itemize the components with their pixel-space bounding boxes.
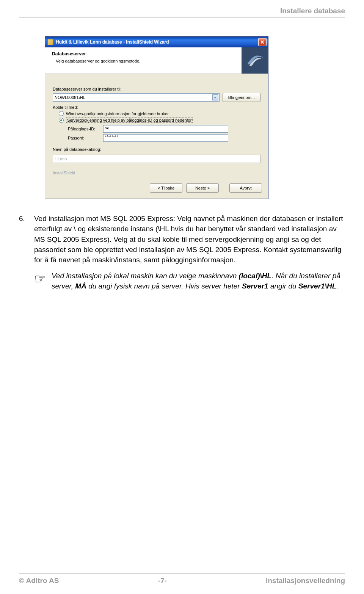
note-text-part: angir du bbox=[268, 282, 298, 290]
page-header-title: Installere database bbox=[280, 7, 345, 15]
separator-line bbox=[78, 173, 260, 173]
hand-icon: ☞ bbox=[34, 272, 46, 292]
password-label: Passord: bbox=[68, 136, 100, 140]
swirl-icon bbox=[242, 47, 268, 74]
note-text-part: du angi fysisk navn på server. Hvis serv… bbox=[86, 282, 242, 290]
connect-label: Koble til med: bbox=[53, 105, 260, 110]
catalog-input: HLonn bbox=[53, 155, 260, 163]
next-button[interactable]: Neste > bbox=[186, 183, 219, 193]
close-icon: ✕ bbox=[260, 39, 265, 45]
banner-logo bbox=[242, 47, 268, 74]
password-input[interactable]: ******** bbox=[103, 134, 228, 142]
server-select[interactable]: NOWL00081\HL ▾ bbox=[53, 93, 220, 102]
login-id-value: sa bbox=[105, 125, 110, 130]
credentials-fields: Påloggings-ID: sa Passord: ******** bbox=[68, 125, 260, 142]
app-icon bbox=[47, 39, 53, 45]
close-button[interactable]: ✕ bbox=[258, 38, 267, 46]
banner-title: Databaseserver bbox=[52, 51, 236, 56]
radio-windows-auth-label: Windows-godkjenningsinformasjon for gjel… bbox=[66, 111, 169, 116]
note-text: Ved installasjon på lokal maskin kan du … bbox=[52, 271, 345, 292]
note-text-part: . bbox=[336, 282, 338, 290]
next-button-label: Neste > bbox=[195, 186, 210, 190]
back-button-label: < Tilbake bbox=[158, 186, 174, 190]
radio-server-auth-label: Servergodkjenning ved hjelp av pålogging… bbox=[66, 118, 193, 123]
note-block: ☞ Ved installasjon på lokal maskin kan d… bbox=[34, 271, 345, 292]
catalog-value: HLonn bbox=[55, 157, 67, 161]
page-footer: © Aditro AS -7- Installasjonsveiledning bbox=[19, 574, 345, 585]
back-button[interactable]: < Tilbake bbox=[150, 183, 182, 193]
window-title: Huldt & Lillevik Lønn database - Install… bbox=[56, 39, 258, 45]
step-text: Ved installasjon mot MS SQL 2005 Express… bbox=[34, 213, 345, 265]
dialog-body: Databaseserver som du installerer til: N… bbox=[45, 74, 268, 179]
note-text-part: Ved installasjon på lokal maskin kan du … bbox=[52, 272, 239, 280]
server-label: Databaseserver som du installerer til: bbox=[53, 87, 260, 91]
radio-windows-auth[interactable]: Windows-godkjenningsinformasjon for gjel… bbox=[59, 111, 260, 116]
login-id-input[interactable]: sa bbox=[103, 125, 228, 133]
footer-page-number: -7- bbox=[158, 577, 167, 585]
radio-icon bbox=[59, 118, 64, 123]
note-text-bold: MÅ bbox=[75, 282, 86, 290]
radio-server-auth[interactable]: Servergodkjenning ved hjelp av pålogging… bbox=[59, 118, 260, 123]
radio-icon bbox=[59, 111, 64, 116]
step-number: 6. bbox=[19, 213, 30, 265]
browse-button-label: Bla gjennom... bbox=[228, 95, 255, 100]
note-text-bold: Server1\HL bbox=[298, 282, 336, 290]
installshield-brand: InstallShield bbox=[53, 171, 75, 175]
note-text-bold: (local)\HL bbox=[239, 272, 272, 280]
page-header: Installere database bbox=[19, 0, 345, 17]
chevron-down-icon: ▾ bbox=[212, 94, 218, 100]
password-value: ******** bbox=[105, 135, 118, 139]
footer-right: Installasjonsveiledning bbox=[266, 577, 345, 585]
screenshot-wrapper: Huldt & Lillevik Lønn database - Install… bbox=[45, 36, 345, 199]
browse-button[interactable]: Bla gjennom... bbox=[223, 93, 260, 102]
note-text-bold: Server1 bbox=[242, 282, 268, 290]
banner: Databaseserver Velg databaseserver og go… bbox=[45, 47, 268, 74]
installshield-brand-row: InstallShield bbox=[53, 171, 260, 175]
banner-text-area: Databaseserver Velg databaseserver og go… bbox=[45, 47, 242, 74]
titlebar: Huldt & Lillevik Lønn database - Install… bbox=[45, 37, 268, 47]
instruction-step: 6. Ved installasjon mot MS SQL 2005 Expr… bbox=[19, 213, 345, 265]
cancel-button-label: Avbryt bbox=[240, 186, 252, 190]
banner-subtitle: Velg databaseserver og godkjenningsmetod… bbox=[56, 59, 236, 63]
server-select-value: NOWL00081\HL bbox=[55, 95, 85, 100]
button-bar: < Tilbake Neste > Avbryt bbox=[45, 179, 268, 199]
footer-left: © Aditro AS bbox=[19, 577, 59, 585]
installshield-dialog: Huldt & Lillevik Lønn database - Install… bbox=[45, 36, 268, 199]
catalog-label: Navn på databasekatalog: bbox=[53, 147, 260, 152]
cancel-button[interactable]: Avbryt bbox=[229, 183, 262, 193]
login-id-label: Påloggings-ID: bbox=[68, 127, 100, 131]
